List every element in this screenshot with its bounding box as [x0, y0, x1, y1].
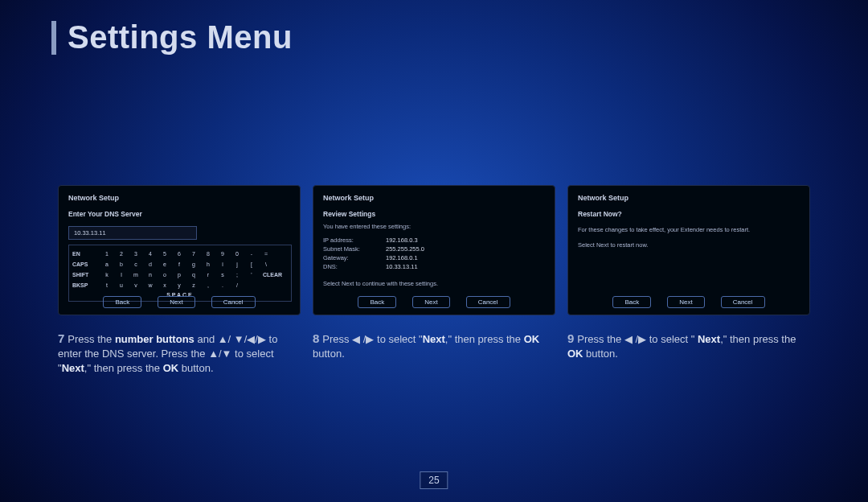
- panel3-header: Network Setup: [578, 194, 800, 202]
- panel2-subtitle: Review Settings: [323, 210, 545, 218]
- panel3-line1: For these changes to take effect, your E…: [578, 226, 800, 233]
- panel2-footnote: Select Next to continue with these setti…: [323, 280, 545, 287]
- dns-input[interactable]: 10.33.13.11: [68, 226, 197, 240]
- back-button[interactable]: Back: [358, 296, 396, 308]
- page-title: Settings Menu: [68, 19, 293, 56]
- caption-9: 9Press the ◀ /▶ to select " Next," then …: [567, 331, 810, 376]
- cancel-button[interactable]: Cancel: [211, 296, 256, 308]
- next-button[interactable]: Next: [667, 296, 704, 308]
- panel-restart: Network Setup Restart Now? For these cha…: [567, 185, 810, 315]
- kb-clear[interactable]: CLEAR: [259, 270, 286, 280]
- panel1-subtitle: Enter Your DNS Server: [68, 210, 290, 218]
- caption-7: 7Press the number buttons and ▲/ ▼/◀/▶ t…: [58, 331, 301, 376]
- step-captions: 7Press the number buttons and ▲/ ▼/◀/▶ t…: [58, 331, 810, 376]
- kb-caps[interactable]: CAPS: [72, 259, 100, 270]
- cancel-button[interactable]: Cancel: [721, 296, 765, 308]
- panel3-line2: Select Next to restart now.: [578, 241, 800, 249]
- title-accent: [51, 21, 56, 55]
- screenshot-row: Network Setup Enter Your DNS Server 10.3…: [58, 185, 810, 315]
- panel2-header: Network Setup: [323, 194, 545, 202]
- panel-review-settings: Network Setup Review Settings You have e…: [313, 185, 555, 315]
- kb-lang[interactable]: EN: [72, 249, 100, 259]
- kv-dns: DNS:10.33.13.11: [323, 263, 545, 270]
- cancel-button[interactable]: Cancel: [466, 296, 510, 308]
- panel1-header: Network Setup: [68, 194, 290, 202]
- kb-shift[interactable]: SHIFT: [72, 270, 100, 280]
- kv-ip: IP address:192.168.0.3: [323, 237, 545, 244]
- page-title-bar: Settings Menu: [51, 19, 293, 56]
- kv-mask: Subnet Mask:255.255.255.0: [323, 245, 545, 253]
- back-button[interactable]: Back: [103, 296, 141, 308]
- kv-gateway: Gateway:192.168.0.1: [323, 254, 545, 261]
- back-button[interactable]: Back: [612, 296, 651, 308]
- kb-bksp[interactable]: BKSP: [72, 280, 100, 290]
- onscreen-keyboard[interactable]: EN 1234567890-= CAPS abcdefghij[\ SHIFT …: [68, 245, 292, 302]
- panel3-subtitle: Restart Now?: [578, 210, 800, 218]
- panel-dns-entry: Network Setup Enter Your DNS Server 10.3…: [58, 185, 301, 315]
- next-button[interactable]: Next: [158, 296, 194, 308]
- page-number: 25: [420, 471, 448, 489]
- panel2-intro: You have entered these settings:: [323, 223, 545, 230]
- next-button[interactable]: Next: [412, 296, 449, 308]
- caption-8: 8Press ◀ /▶ to select "Next," then press…: [313, 331, 555, 376]
